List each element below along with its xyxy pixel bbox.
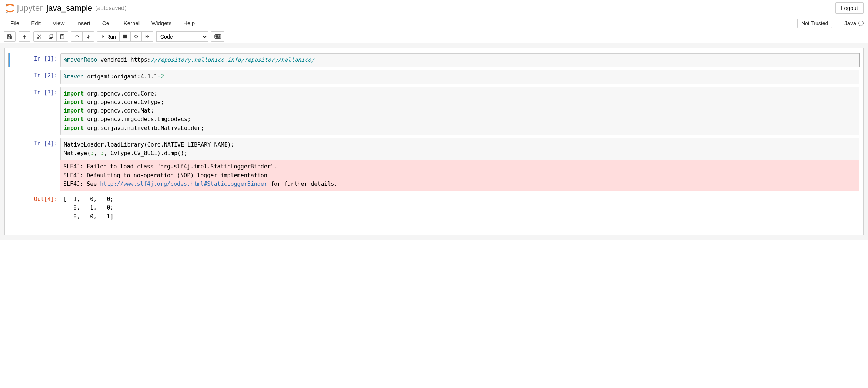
logout-button[interactable]: Logout	[835, 2, 864, 14]
restart-button[interactable]	[131, 32, 142, 41]
copy-icon	[48, 34, 53, 39]
notebook-name[interactable]: java_sample	[47, 3, 93, 13]
restart-run-all-button[interactable]	[142, 32, 153, 41]
svg-rect-8	[61, 34, 63, 35]
paste-button[interactable]	[57, 32, 68, 41]
not-trusted-button[interactable]: Not Trusted	[797, 19, 832, 28]
run-label: Run	[106, 34, 116, 40]
output-prompt: Out[4]:	[34, 196, 57, 203]
plus-icon	[22, 34, 27, 39]
svg-rect-20	[219, 36, 220, 37]
svg-rect-12	[216, 35, 217, 36]
arrow-down-icon	[86, 34, 90, 39]
insert-cell-button[interactable]	[19, 32, 30, 41]
prompt-area: In [3]:	[9, 87, 60, 135]
svg-rect-15	[219, 35, 220, 36]
svg-rect-6	[50, 34, 53, 37]
command-palette-button[interactable]	[211, 31, 224, 42]
cell-body: %maven origami:origami:4.1.1-2	[60, 70, 859, 84]
svg-point-0	[6, 4, 7, 5]
menu-help[interactable]: Help	[177, 18, 201, 29]
arrow-up-icon	[75, 34, 79, 39]
cell-type-select[interactable]: Code	[156, 31, 208, 42]
svg-rect-18	[217, 36, 218, 37]
kernel-idle-icon	[858, 21, 864, 26]
code-cell[interactable]: In [3]: import org.opencv.core.Core; imp…	[9, 87, 859, 135]
menu-file[interactable]: File	[4, 18, 25, 29]
cut-button[interactable]	[34, 32, 45, 41]
kernel-name-text: Java	[844, 20, 856, 26]
code-cell[interactable]: In [4]: NativeLoader.loadLibrary(Core.NA…	[9, 138, 859, 191]
jupyter-logo-icon	[4, 3, 16, 14]
menu-widgets[interactable]: Widgets	[146, 18, 177, 29]
menu-cell[interactable]: Cell	[96, 18, 118, 29]
copy-button[interactable]	[45, 32, 57, 41]
input-prompt: In [1]:	[34, 56, 57, 62]
code-input[interactable]: import org.opencv.core.Core; import org.…	[60, 87, 859, 135]
move-up-button[interactable]	[71, 32, 83, 41]
keyboard-icon	[214, 34, 221, 39]
move-down-button[interactable]	[83, 32, 94, 41]
svg-rect-16	[215, 36, 216, 37]
input-prompt: In [2]:	[34, 72, 57, 79]
code-input[interactable]: NativeLoader.loadLibrary(Core.NATIVE_LIB…	[60, 138, 859, 161]
output-cell: Out[4]: [ 1, 0, 0; 0, 1, 0; 0, 0, 1]	[9, 194, 859, 221]
notebook: In [1]: %mavenRepo vendredi https://repo…	[4, 48, 864, 235]
svg-rect-19	[218, 36, 219, 37]
run-button[interactable]: Run	[97, 32, 120, 41]
menu-view[interactable]: View	[47, 18, 70, 29]
interrupt-button[interactable]	[120, 32, 131, 41]
kernel-indicator[interactable]: Java	[838, 20, 864, 26]
code-cell[interactable]: In [2]: %maven origami:origami:4.1.1-2	[9, 70, 859, 84]
cell-body: NativeLoader.loadLibrary(Core.NATIVE_LIB…	[60, 138, 859, 191]
jupyter-logo-text: jupyter	[17, 3, 43, 13]
cell-body: import org.opencv.core.Core; import org.…	[60, 87, 859, 135]
svg-rect-14	[218, 35, 219, 36]
input-prompt: In [3]:	[34, 89, 57, 96]
code-input[interactable]: %maven origami:origami:4.1.1-2	[60, 70, 859, 84]
output-stderr: SLF4J: Failed to load class "org.slf4j.i…	[60, 160, 859, 191]
menu-kernel[interactable]: Kernel	[118, 18, 146, 29]
fast-forward-icon	[145, 34, 150, 39]
header-bar: jupyter java_sample (autosaved) Logout	[0, 0, 868, 16]
svg-rect-9	[123, 35, 127, 38]
prompt-area: In [4]:	[9, 138, 60, 191]
save-icon	[7, 34, 12, 39]
input-prompt: In [4]:	[34, 140, 57, 147]
code-cell[interactable]: In [1]: %mavenRepo vendredi https://repo…	[9, 53, 859, 67]
svg-rect-17	[216, 36, 217, 37]
code-input[interactable]: %mavenRepo vendredi https://repository.h…	[60, 53, 859, 67]
save-button[interactable]	[4, 32, 15, 41]
cell-body: [ 1, 0, 0; 0, 1, 0; 0, 0, 1]	[60, 194, 859, 221]
menu-bar: File Edit View Insert Cell Kernel Widget…	[0, 16, 868, 30]
run-icon	[101, 34, 105, 39]
paste-icon	[60, 34, 65, 39]
stop-icon	[123, 34, 127, 39]
scissors-icon	[37, 34, 42, 39]
svg-point-1	[13, 4, 14, 4]
svg-rect-13	[217, 35, 218, 36]
prompt-area: Out[4]:	[9, 194, 60, 221]
restart-icon	[134, 34, 138, 39]
svg-point-2	[6, 11, 7, 13]
prompt-area: In [2]:	[9, 70, 60, 84]
prompt-area: In [1]:	[9, 53, 60, 67]
output-text: [ 1, 0, 0; 0, 1, 0; 0, 0, 1]	[60, 194, 859, 221]
notebook-container: In [1]: %mavenRepo vendredi https://repo…	[0, 43, 868, 240]
toolbar: Run Code	[0, 30, 868, 43]
jupyter-logo[interactable]: jupyter	[4, 3, 43, 14]
svg-rect-11	[215, 35, 216, 36]
autosave-status: (autosaved)	[95, 5, 127, 11]
svg-rect-21	[216, 37, 220, 38]
menu-insert[interactable]: Insert	[70, 18, 96, 29]
cell-body: %mavenRepo vendredi https://repository.h…	[60, 53, 859, 67]
menu-edit[interactable]: Edit	[25, 18, 47, 29]
